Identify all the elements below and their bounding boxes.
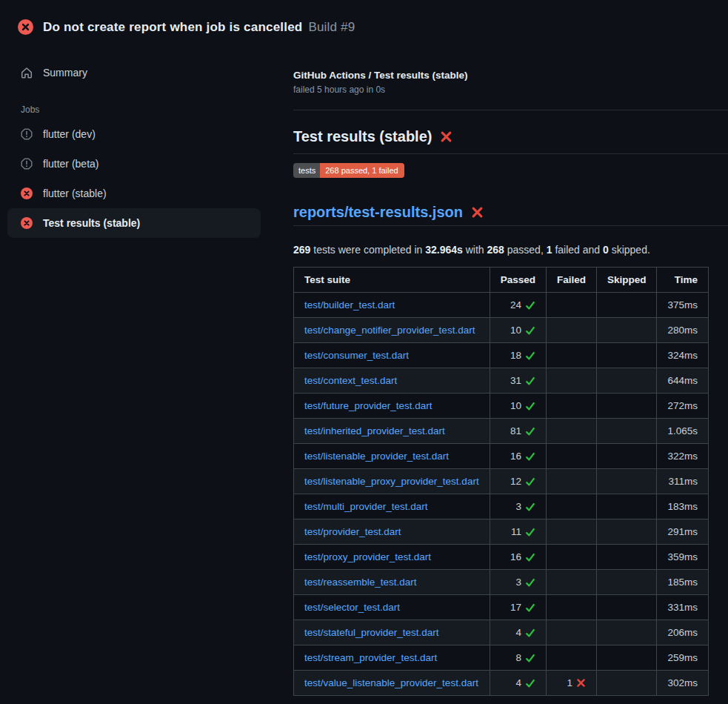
test-suite-link[interactable]: test/multi_provider_test.dart [304, 501, 428, 512]
test-suite-link[interactable]: test/context_test.dart [304, 375, 397, 386]
home-icon [21, 67, 33, 79]
job-label: Test results (stable) [43, 217, 140, 229]
test-suite-cell: test/inherited_provider_test.dart [294, 419, 490, 444]
page-title: Do not create report when job is cancell… [43, 20, 355, 35]
check-icon [525, 678, 535, 688]
passed-cell: 18 [490, 343, 546, 368]
badge-label: tests [293, 163, 320, 178]
check-icon [525, 602, 535, 613]
test-suite-link[interactable]: test/builder_test.dart [304, 299, 395, 311]
col-failed: Failed [546, 268, 596, 293]
skipped-cell [596, 494, 657, 519]
skipped-cell [596, 419, 657, 444]
job-failed-icon [21, 187, 33, 199]
time-cell: 359ms [657, 545, 709, 570]
tests-summary-line: 269 tests were completed in 32.964s with… [293, 244, 728, 256]
test-suite-cell: test/multi_provider_test.dart [294, 494, 490, 519]
total-count: 269 [293, 244, 310, 256]
skipped-cell [596, 368, 657, 393]
failed-cell [546, 393, 596, 419]
table-header-row: Test suite Passed Failed Skipped Time [294, 268, 709, 293]
test-suite-cell: test/consumer_test.dart [294, 343, 490, 368]
sidebar-item-summary[interactable]: Summary [7, 58, 261, 87]
skipped-cell [596, 671, 657, 696]
test-suite-link[interactable]: test/stream_provider_test.dart [304, 652, 437, 663]
passed-count: 268 [487, 244, 504, 256]
test-suite-link[interactable]: test/change_notifier_provider_test.dart [304, 325, 475, 336]
failed-cell [546, 343, 596, 368]
build-number: Build #9 [308, 20, 355, 34]
failed-cell [546, 519, 596, 545]
passed-cell: 31 [490, 368, 546, 393]
skipped-cell [596, 645, 657, 671]
test-suite-cell: test/change_notifier_provider_test.dart [294, 318, 490, 343]
job-cancelled-icon [21, 158, 33, 170]
time-cell: 324ms [657, 343, 709, 368]
test-suite-link[interactable]: test/consumer_test.dart [304, 350, 409, 361]
check-icon [525, 376, 535, 386]
test-suite-link[interactable]: test/selector_test.dart [304, 602, 400, 613]
table-row: test/builder_test.dart24375ms [294, 293, 709, 318]
failed-cell [546, 645, 596, 671]
failed-cell [546, 368, 596, 393]
sidebar-job-item[interactable]: Test results (stable) [7, 208, 261, 238]
test-suite-link[interactable]: test/listenable_provider_test.dart [304, 451, 449, 462]
test-suite-link[interactable]: test/stateful_provider_test.dart [304, 627, 439, 638]
skipped-cell [596, 444, 657, 469]
check-icon [525, 401, 535, 411]
col-skipped: Skipped [596, 268, 657, 293]
skipped-cell [596, 595, 657, 620]
passed-cell: 4 [490, 620, 546, 645]
table-row: test/future_provider_test.dart10272ms [294, 393, 709, 419]
time-cell: 322ms [657, 444, 709, 469]
failed-cross-icon [440, 130, 453, 143]
failed-cell [546, 419, 596, 444]
failed-cross-icon [471, 206, 484, 219]
sidebar-job-item[interactable]: flutter (beta) [7, 149, 261, 179]
section-title: Test results (stable) [293, 127, 432, 147]
duration: 32.964s [425, 244, 463, 256]
test-suite-cell: test/listenable_provider_test.dart [294, 444, 490, 469]
passed-cell: 16 [490, 444, 546, 469]
test-suite-cell: test/listenable_proxy_provider_test.dart [294, 469, 490, 494]
failed-cell [546, 494, 596, 519]
check-icon [525, 426, 535, 436]
failed-cell: 1 [546, 671, 596, 696]
sidebar-job-item[interactable]: flutter (dev) [7, 119, 261, 149]
tests-status-badge: tests 268 passed, 1 failed [293, 163, 404, 178]
test-suite-cell: test/stream_provider_test.dart [294, 645, 490, 671]
test-suite-link[interactable]: test/value_listenable_provider_test.dart [304, 677, 478, 688]
check-icon [525, 527, 535, 537]
passed-cell: 10 [490, 393, 546, 419]
time-cell: 644ms [657, 368, 709, 393]
failed-cell [546, 620, 596, 645]
table-row: test/stateful_provider_test.dart4206ms [294, 620, 709, 645]
sidebar-summary-label: Summary [43, 67, 87, 79]
test-suite-link[interactable]: test/listenable_proxy_provider_test.dart [304, 476, 479, 487]
sidebar-job-item[interactable]: flutter (stable) [7, 179, 261, 208]
time-cell: 302ms [657, 671, 709, 696]
table-row: test/inherited_provider_test.dart811.065… [294, 419, 709, 444]
time-cell: 206ms [657, 620, 709, 645]
test-suite-link[interactable]: test/reassemble_test.dart [304, 577, 417, 588]
table-row: test/consumer_test.dart18324ms [294, 343, 709, 368]
test-suite-link[interactable]: test/proxy_provider_test.dart [304, 551, 431, 562]
report-file-link[interactable]: reports/test-results.json [293, 202, 463, 222]
skipped-cell [596, 293, 657, 318]
check-icon [525, 451, 535, 462]
build-title: Do not create report when job is cancell… [43, 20, 302, 34]
passed-cell: 3 [490, 494, 546, 519]
table-row: test/change_notifier_provider_test.dart1… [294, 318, 709, 343]
time-cell: 311ms [657, 469, 709, 494]
sidebar: Summary Jobs flutter (dev)flutter (beta)… [0, 41, 293, 238]
table-row: test/listenable_provider_test.dart16322m… [294, 444, 709, 469]
test-suite-link[interactable]: test/future_provider_test.dart [304, 400, 433, 411]
test-suite-link[interactable]: test/inherited_provider_test.dart [304, 425, 445, 436]
failed-cell [546, 469, 596, 494]
table-row: test/multi_provider_test.dart3183ms [294, 494, 709, 519]
table-row: test/selector_test.dart17331ms [294, 595, 709, 620]
failed-cell [546, 595, 596, 620]
passed-cell: 17 [490, 595, 546, 620]
skipped-cell [596, 620, 657, 645]
test-suite-link[interactable]: test/provider_test.dart [304, 526, 401, 537]
